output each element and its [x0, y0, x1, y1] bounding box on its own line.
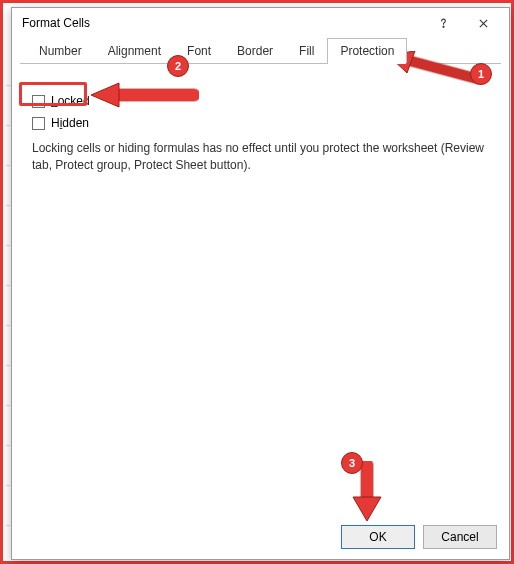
- tab-alignment[interactable]: Alignment: [95, 38, 174, 63]
- close-button[interactable]: [463, 9, 503, 37]
- checkbox-icon: [32, 117, 45, 130]
- tab-fill[interactable]: Fill: [286, 38, 327, 63]
- titlebar: Format Cells: [12, 8, 509, 38]
- tab-strip: Number Alignment Font Border Fill Protec…: [20, 38, 501, 64]
- tab-font[interactable]: Font: [174, 38, 224, 63]
- tab-border[interactable]: Border: [224, 38, 286, 63]
- background-sheet: [6, 85, 10, 555]
- dialog-buttons: OK Cancel: [341, 525, 497, 549]
- close-icon: [478, 18, 489, 29]
- protection-info-text: Locking cells or hiding formulas has no …: [32, 140, 489, 174]
- hidden-label: Hidden: [51, 116, 89, 130]
- dialog-title: Format Cells: [22, 16, 423, 30]
- tab-label: Font: [187, 44, 211, 58]
- help-button[interactable]: [423, 9, 463, 37]
- tab-label: Alignment: [108, 44, 161, 58]
- annotation-outer-box: Format Cells Number Alignm: [0, 0, 514, 564]
- cancel-button[interactable]: Cancel: [423, 525, 497, 549]
- ok-label: OK: [369, 530, 386, 544]
- locked-label: Locked: [51, 94, 90, 108]
- locked-checkbox-row[interactable]: Locked: [32, 94, 90, 108]
- checkbox-icon: [32, 95, 45, 108]
- tab-label: Border: [237, 44, 273, 58]
- ok-button[interactable]: OK: [341, 525, 415, 549]
- hidden-checkbox-row[interactable]: Hidden: [32, 116, 89, 130]
- format-cells-dialog: Format Cells Number Alignm: [11, 7, 510, 560]
- svg-point-0: [442, 26, 443, 27]
- protection-panel: Locked Hidden Locking cells or hiding fo…: [20, 66, 501, 513]
- tab-protection[interactable]: Protection: [327, 38, 407, 63]
- tab-label: Protection: [340, 44, 394, 58]
- tabs: Number Alignment Font Border Fill Protec…: [26, 38, 407, 64]
- tab-label: Fill: [299, 44, 314, 58]
- tab-label: Number: [39, 44, 82, 58]
- cancel-label: Cancel: [441, 530, 478, 544]
- tab-number[interactable]: Number: [26, 38, 95, 63]
- help-icon: [438, 18, 449, 29]
